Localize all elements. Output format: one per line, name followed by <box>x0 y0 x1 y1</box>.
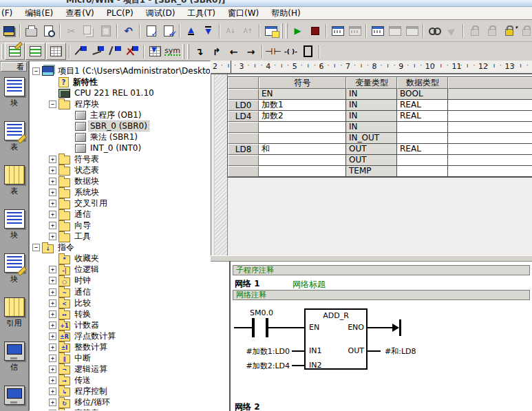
toolbar-grip[interactable] <box>281 23 283 39</box>
line-up-button[interactable] <box>208 44 225 59</box>
menu-item-2[interactable]: 编辑(E) <box>19 8 59 19</box>
tree-item-0[interactable]: −项目1 (C:\Users\Administrator\Desktop) <box>32 65 211 76</box>
cell-addr[interactable]: LD0 <box>228 100 259 111</box>
tree-item-12[interactable]: +交叉引用 <box>49 198 109 209</box>
tree-item-19[interactable]: +○时钟 <box>49 275 92 286</box>
in1-operand[interactable]: #加数1:LD0 <box>224 346 290 357</box>
tree-item-27[interactable]: +¬逻辑运算 <box>49 363 109 375</box>
toolbar-grip[interactable] <box>182 44 184 59</box>
nav-item-cross-reference[interactable]: 引用 <box>0 297 28 328</box>
cell-var_type[interactable]: OUT <box>346 144 397 155</box>
local-variable-table-view-button[interactable] <box>25 43 45 60</box>
menu-item-1[interactable]: (F) <box>0 8 19 19</box>
expand-icon[interactable]: + <box>49 366 56 373</box>
nav-item-system-block[interactable]: 块 <box>0 253 28 284</box>
cell-addr[interactable] <box>228 133 259 144</box>
tree-item-2[interactable]: CPU 221 REL 01.10 <box>49 87 156 98</box>
nav-item-symbol-table[interactable]: 表 <box>0 121 28 152</box>
expand-icon[interactable]: + <box>49 178 56 185</box>
tree-item-label[interactable]: 通信 <box>73 209 92 220</box>
cell-comment[interactable] <box>448 111 532 122</box>
menu-item-8[interactable]: 帮助(H) <box>265 8 306 19</box>
table-selector-column[interactable] <box>214 74 228 255</box>
tree-item-label[interactable]: 收藏夹 <box>73 253 100 264</box>
tree-item-11[interactable]: +系统块 <box>49 187 100 198</box>
tree-item-30[interactable]: +↻移位/循环 <box>49 397 111 408</box>
split-view-button[interactable] <box>46 43 66 60</box>
column-header-blank[interactable] <box>228 77 259 89</box>
options-button[interactable] <box>262 23 279 39</box>
tree-item-25[interactable]: +±I整数计算 <box>49 341 109 352</box>
block-title[interactable]: ADD_R <box>305 311 367 320</box>
insert-network-button[interactable] <box>147 44 164 59</box>
column-header-var_type[interactable]: 变量类型 <box>346 77 397 89</box>
cell-data_type[interactable] <box>397 133 448 144</box>
tree-item-label[interactable]: 位逻辑 <box>73 264 100 275</box>
cell-comment[interactable] <box>448 89 532 100</box>
tree-item-9[interactable]: +状态表 <box>49 165 100 176</box>
tree-item-label[interactable]: 向导 <box>73 220 92 231</box>
insert-branch-down-button[interactable] <box>89 44 107 59</box>
cell-symbol[interactable]: 加数2 <box>259 111 346 122</box>
nav-item-status-chart[interactable]: 表 <box>0 165 28 196</box>
tree-item-label[interactable]: 时钟 <box>73 275 92 286</box>
tree-item-label[interactable]: 工具 <box>73 231 92 242</box>
delete-branch-button[interactable] <box>124 44 141 59</box>
cell-var_type[interactable]: OUT <box>346 155 397 166</box>
tree-item-label[interactable]: 传送 <box>73 375 92 386</box>
tree-item-13[interactable]: +通信 <box>49 209 92 220</box>
tree-item-23[interactable]: ++1计数器 <box>49 319 100 330</box>
cell-data_type[interactable] <box>397 122 448 133</box>
cell-comment[interactable] <box>448 122 532 133</box>
contact-left-bar[interactable] <box>252 318 255 337</box>
expand-icon[interactable]: + <box>49 388 56 395</box>
tree-item-label[interactable]: 项目1 (C:\Users\Administrator\Desktop) <box>56 65 211 77</box>
contact-operand[interactable]: SM0.0 <box>245 308 278 317</box>
expand-icon[interactable]: + <box>49 189 56 196</box>
cell-symbol[interactable] <box>259 133 346 144</box>
compile-button[interactable]: ✓ <box>142 23 160 39</box>
tree-item-1[interactable]: ?新特性 <box>49 76 99 87</box>
expand-icon[interactable]: + <box>49 377 56 384</box>
cell-addr[interactable]: LD8 <box>228 144 259 155</box>
tree-item-21[interactable]: +<比较 <box>49 297 92 308</box>
cell-symbol[interactable] <box>259 166 346 177</box>
expand-icon[interactable]: + <box>49 344 56 351</box>
download-button[interactable] <box>200 23 217 39</box>
line-down-button[interactable] <box>191 44 208 59</box>
collapse-icon[interactable]: − <box>32 67 40 75</box>
line-right-button[interactable] <box>242 44 259 59</box>
menu-item-7[interactable]: 窗口(W) <box>222 8 265 19</box>
tree-item-10[interactable]: +数据块 <box>49 176 100 187</box>
symbolic-addressing-button[interactable]: sym <box>164 44 181 59</box>
tree-item-5[interactable]: SBR_0 (SBR0) <box>65 120 149 131</box>
tree-item-18[interactable]: +-|位逻辑 <box>49 264 100 275</box>
run-button[interactable] <box>289 23 306 39</box>
tree-item-26[interactable]: +∥中断 <box>49 352 92 363</box>
tree-item-label[interactable]: 指令 <box>56 242 76 253</box>
read-all-forced-button[interactable]: ▾ <box>500 23 518 39</box>
expand-icon[interactable]: + <box>49 233 56 240</box>
column-header-symbol[interactable]: 符号 <box>259 77 346 89</box>
chart-status-button[interactable] <box>369 23 386 39</box>
toolbar-grip[interactable] <box>286 23 288 39</box>
tree-item-28[interactable]: +→传送 <box>49 375 92 386</box>
cell-data_type[interactable] <box>397 166 448 177</box>
tree-item-label[interactable]: 交叉引用 <box>73 198 109 209</box>
tree-item-6[interactable]: 乘法 (SBR1) <box>65 131 139 143</box>
menu-item-4[interactable]: PLC(P) <box>100 8 140 19</box>
next-network-label[interactable]: 网络 2 <box>235 401 260 411</box>
expand-icon[interactable]: + <box>49 277 56 284</box>
tree-item-14[interactable]: +向导 <box>49 220 92 231</box>
expand-icon[interactable]: + <box>49 167 56 174</box>
expand-icon[interactable]: + <box>49 399 56 406</box>
toolbar-grip[interactable] <box>1 44 3 59</box>
tree-item-label[interactable]: INT_0 (INT0) <box>89 143 142 153</box>
tree-item-label[interactable]: 字符串 <box>73 408 100 411</box>
expand-icon[interactable]: + <box>49 211 56 218</box>
cell-var_type[interactable]: IN_OUT <box>346 133 397 144</box>
tree-item-16[interactable]: −↓指令 <box>32 242 76 253</box>
insert-branch-left-button[interactable] <box>107 44 124 59</box>
cell-addr[interactable] <box>228 122 259 133</box>
cell-addr[interactable]: LD4 <box>228 111 259 122</box>
